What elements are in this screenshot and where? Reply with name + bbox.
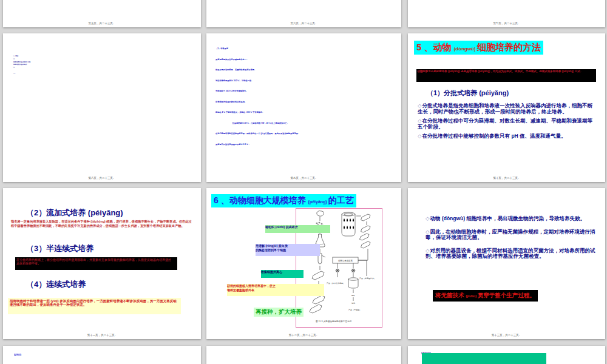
slide-thumbnail-page-6[interactable]: 第六页，共二十三页。	[206, 0, 401, 27]
step-label-collect-centrifuge: 收集细胞并离心	[261, 270, 304, 278]
culture-flask-shape	[361, 241, 371, 248]
slide-sorter-grid: { "view": {"background": "#d8d8d8", "sli…	[0, 0, 607, 364]
bullet-list: ◇分批式培养是指先将细胞和培养液一次性装入反响器内进行培养，细胞不断生长，同时产…	[418, 103, 596, 142]
slide-thumbnail-page-8[interactable]: ㈠ 概述 ㈡ 细胞培养的基本操作 过程 细胞培养的基本条件 ㈢ 二、 第八页，共…	[3, 33, 201, 182]
product-vessel-shape	[348, 278, 358, 288]
black-highlight-box: 在分批培养的根底上，将分批培养的培养液局部取出，并重新补充参加等量的新鲜培养基，…	[15, 257, 177, 270]
cell-cluster-shape	[336, 269, 340, 273]
slide-title: 6 、动物细胞大规模培养 (péiyǎng) 的工艺	[211, 194, 356, 207]
diamond-bullet-icon: ◇	[418, 133, 422, 139]
culture-flask-shape	[312, 271, 324, 280]
slide-thumbnail-page-10[interactable]: 5 、动物 (dòngwù) 细胞培养的方法 动物细胞无论是贴壁培养 (péiy…	[408, 33, 605, 182]
cell-cluster-shape	[351, 269, 356, 273]
slide-footer: 第十二页，共二十三页。	[206, 326, 401, 337]
slide-footer: 第八页，共二十三页。	[3, 169, 201, 180]
slide-footer: 第六页，共二十三页。	[206, 15, 401, 25]
specimen-jar-shape	[342, 212, 355, 236]
diamond-bullet-icon: ◇	[426, 229, 430, 235]
slide-footer: 第十三页，共二十三页。	[408, 326, 605, 337]
slide-thumbnail-page-5[interactable]: 第五页，共二十三页。	[3, 0, 201, 27]
culture-flask-shape	[361, 214, 371, 221]
svg-text:产品（干细胞）: 产品（干细胞）	[348, 309, 361, 311]
svg-text:细胞培养反应器: 细胞培养反应器	[338, 259, 353, 262]
title-block-green	[422, 353, 546, 364]
step-label-enzyme-digest: 用溶解 (róngjiě) 蛋白质 的酶处理得到单个细胞	[256, 244, 320, 256]
slide-thumbnail-page-9[interactable]: （1）培养温度 温度是细胞体外生存的重要条件之一。 体温不同的动物细胞，其最适生…	[206, 33, 401, 182]
yellow-highlight-box: 指将细胞种子和培养液一起 (yìqǐ) 参加反响器内进行培养，一方面新鲜培养液不…	[8, 298, 181, 314]
section-heading-4: （4）连续式培养	[26, 279, 86, 290]
slide-title: 5 、动物 (dòngwù) 细胞培养的方法	[414, 41, 543, 55]
slide-footer: 第五页，共二十三页。	[3, 15, 201, 25]
diamond-bullet-icon: ◇	[426, 215, 430, 221]
slide-footer: 第十页，共二十三页。	[408, 169, 605, 180]
aseptic-technique-banner: 将无菌技术 (jìshù) 贯穿于整个生产过程。	[433, 290, 538, 302]
section-heading-3: （3）半连续式培养	[26, 243, 93, 254]
diagram-caption: 图 11-3 大规模动物细胞培养工艺流程	[316, 320, 352, 323]
culture-flask-shape	[361, 226, 371, 232]
bullet-list: ◇动物 (dòngwù) 细胞培养中，易出现微生物的污染，导致培养失败。 ◇因此…	[426, 216, 598, 263]
culture-flask-shape	[313, 295, 325, 304]
step-label-cut-tissue: 将组织 (zǔzhī) 切成碎片	[265, 225, 330, 233]
diamond-bullet-icon: ◇	[426, 248, 430, 254]
slide-thumbnail-page-13[interactable]: ◇动物 (dòngwù) 细胞培养中，易出现微生物的污染，导致培养失败。 ◇因此…	[408, 188, 605, 339]
svg-text:纯化: 纯化	[351, 302, 355, 305]
diamond-bullet-icon: ◇	[418, 103, 422, 109]
slide-thumbnail-page-14[interactable]: (yíhuì)	[3, 346, 201, 364]
slide-footer: 第十一页，共二十三页。	[3, 326, 201, 337]
culture-flask-shape	[310, 305, 322, 313]
slide-footer: 第九页，共二十三页。	[206, 169, 401, 180]
slide-thumbnail-page-7[interactable]: 第七页，共二十三页。	[408, 0, 605, 27]
slide-footer: 第七页，共二十三页。	[408, 15, 605, 25]
tissue-piece-shape	[317, 211, 324, 216]
section-heading: （1）分批式培养 (péiyǎng)	[427, 89, 509, 98]
slide-thumbnail-page-11[interactable]: （2）流加式培养 (péiyǎng) 指先将一定量的培养液装入反响器，在适宜的条…	[3, 188, 201, 339]
slide-thumbnail-page-16[interactable]: (chǎnpǐn)	[408, 346, 605, 364]
svg-text:产品（体外培养细胞）: 产品（体外培养细胞）	[327, 282, 345, 285]
diamond-bullet-icon: ◇	[418, 118, 422, 124]
culture-flask-shape	[360, 234, 370, 240]
step-label-expand-culture: 再接种，扩大培养	[254, 308, 304, 317]
svg-text:产品（单克隆抗体）: 产品（单克隆抗体）	[359, 277, 376, 280]
section-heading-2: （2）流加式培养 (péiyǎng)	[26, 207, 123, 218]
slide-thumbnail-page-15[interactable]	[206, 346, 401, 364]
pinyin-annotation: (yíhuì)	[14, 349, 29, 360]
svg-text:提取: 提取	[351, 294, 355, 297]
slide-thumbnail-page-12[interactable]: 6 、动物细胞大规模培养 (péiyǎng) 的工艺	[206, 188, 401, 339]
step-label-seed-medium: 获得的细胞植入营养培养基中，使之 增殖至覆盖瓶壁外表	[227, 284, 324, 296]
intro-banner: 动物细胞无论是贴壁培养 (péiyǎng) 还是悬浮培养 (péiyǎng)，均…	[416, 69, 596, 82]
